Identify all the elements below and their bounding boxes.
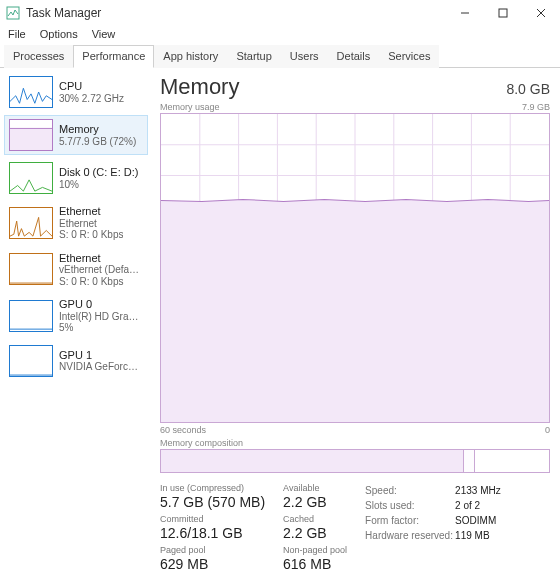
tab-startup[interactable]: Startup: [227, 45, 280, 68]
sidebar-sub2: S: 0 R: 0 Kbps: [59, 276, 143, 288]
sidebar-item-disk[interactable]: Disk 0 (C: E: D:) 10%: [4, 158, 148, 198]
disk-thumbnail: [9, 162, 53, 194]
chart-xright: 0: [545, 425, 550, 435]
memory-usage-chart: [160, 113, 550, 423]
paged-value: 629 MB: [160, 556, 265, 572]
sidebar-label: Ethernet: [59, 205, 123, 218]
inuse-value: 5.7 GB (570 MB): [160, 494, 265, 510]
content-area: CPU 30% 2.72 GHz Memory 5.7/7.9 GB (72%)…: [0, 68, 560, 577]
sidebar-sub: NVIDIA GeForce 9...: [59, 361, 143, 373]
speed-value: 2133 MHz: [455, 483, 501, 498]
available-label: Available: [283, 483, 347, 493]
tab-services[interactable]: Services: [379, 45, 439, 68]
sidebar-label: GPU 1: [59, 349, 143, 362]
nonpaged-label: Non-paged pool: [283, 545, 347, 555]
menu-file[interactable]: File: [8, 28, 26, 40]
perf-sidebar: CPU 30% 2.72 GHz Memory 5.7/7.9 GB (72%)…: [0, 68, 150, 577]
sidebar-item-gpu0[interactable]: GPU 0 Intel(R) HD Graphi... 5%: [4, 294, 148, 338]
sidebar-sub: 10%: [59, 179, 138, 191]
memory-stats: In use (Compressed) 5.7 GB (570 MB) Comm…: [160, 483, 550, 576]
title-bar: Task Manager: [0, 0, 560, 26]
hw-label: Hardware reserved:: [365, 528, 455, 543]
memory-composition-bar: [160, 449, 550, 473]
tab-apphistory[interactable]: App history: [154, 45, 227, 68]
sidebar-sub: 5.7/7.9 GB (72%): [59, 136, 136, 148]
minimize-button[interactable]: [446, 0, 484, 26]
nonpaged-value: 616 MB: [283, 556, 347, 572]
sidebar-item-ethernet-1[interactable]: Ethernet Ethernet S: 0 R: 0 Kbps: [4, 201, 148, 245]
close-button[interactable]: [522, 0, 560, 26]
ethernet-thumbnail: [9, 253, 53, 285]
committed-value: 12.6/18.1 GB: [160, 525, 265, 541]
sidebar-item-gpu1[interactable]: GPU 1 NVIDIA GeForce 9...: [4, 341, 148, 381]
sidebar-label: CPU: [59, 80, 124, 93]
tab-details[interactable]: Details: [328, 45, 380, 68]
sidebar-sub: 30% 2.72 GHz: [59, 93, 124, 105]
tab-bar: Processes Performance App history Startu…: [0, 44, 560, 68]
menu-options[interactable]: Options: [40, 28, 78, 40]
composition-modified: [464, 450, 476, 472]
svg-marker-28: [161, 199, 549, 422]
memory-capacity: 8.0 GB: [506, 81, 550, 97]
tab-processes[interactable]: Processes: [4, 45, 73, 68]
ethernet-thumbnail: [9, 207, 53, 239]
sidebar-label: Ethernet: [59, 252, 143, 265]
sidebar-label: Disk 0 (C: E: D:): [59, 166, 138, 179]
maximize-button[interactable]: [484, 0, 522, 26]
tab-performance[interactable]: Performance: [73, 45, 154, 68]
gpu-thumbnail: [9, 300, 53, 332]
committed-label: Committed: [160, 514, 265, 524]
speed-label: Speed:: [365, 483, 455, 498]
composition-free: [475, 450, 549, 472]
svg-rect-2: [499, 9, 507, 17]
sidebar-sub: Ethernet: [59, 218, 123, 230]
gpu-thumbnail: [9, 345, 53, 377]
paged-label: Paged pool: [160, 545, 265, 555]
sidebar-sub: vEthernet (Default ...: [59, 264, 143, 276]
composition-inuse: [161, 450, 464, 472]
inuse-label: In use (Compressed): [160, 483, 265, 493]
sidebar-label: GPU 0: [59, 298, 143, 311]
sidebar-item-cpu[interactable]: CPU 30% 2.72 GHz: [4, 72, 148, 112]
sidebar-item-ethernet-2[interactable]: Ethernet vEthernet (Default ... S: 0 R: …: [4, 248, 148, 292]
cpu-thumbnail: [9, 76, 53, 108]
memory-specs: Speed:2133 MHz Slots used:2 of 2 Form fa…: [365, 483, 501, 576]
available-value: 2.2 GB: [283, 494, 347, 510]
sidebar-sub2: S: 0 R: 0 Kbps: [59, 229, 123, 241]
resource-title: Memory: [160, 74, 239, 100]
menu-view[interactable]: View: [92, 28, 116, 40]
chart-ymax: 7.9 GB: [522, 102, 550, 112]
slots-label: Slots used:: [365, 498, 455, 513]
tab-users[interactable]: Users: [281, 45, 328, 68]
hw-value: 119 MB: [455, 528, 489, 543]
sidebar-label: Memory: [59, 123, 136, 136]
sidebar-item-memory[interactable]: Memory 5.7/7.9 GB (72%): [4, 115, 148, 155]
slots-value: 2 of 2: [455, 498, 480, 513]
app-icon: [6, 6, 20, 20]
window-controls: [446, 0, 560, 26]
chart-label: Memory usage: [160, 102, 220, 112]
memory-thumbnail: [9, 119, 53, 151]
form-value: SODIMM: [455, 513, 496, 528]
cached-label: Cached: [283, 514, 347, 524]
cached-value: 2.2 GB: [283, 525, 347, 541]
main-panel: Memory 8.0 GB Memory usage 7.9 GB 60 sec…: [150, 68, 560, 577]
svg-rect-5: [10, 128, 52, 150]
menu-bar: File Options View: [0, 26, 560, 44]
sidebar-sub2: 5%: [59, 322, 143, 334]
sidebar-sub: Intel(R) HD Graphi...: [59, 311, 143, 323]
chart-xleft: 60 seconds: [160, 425, 206, 435]
composition-label: Memory composition: [160, 438, 550, 448]
window-title: Task Manager: [26, 6, 446, 20]
form-label: Form factor:: [365, 513, 455, 528]
